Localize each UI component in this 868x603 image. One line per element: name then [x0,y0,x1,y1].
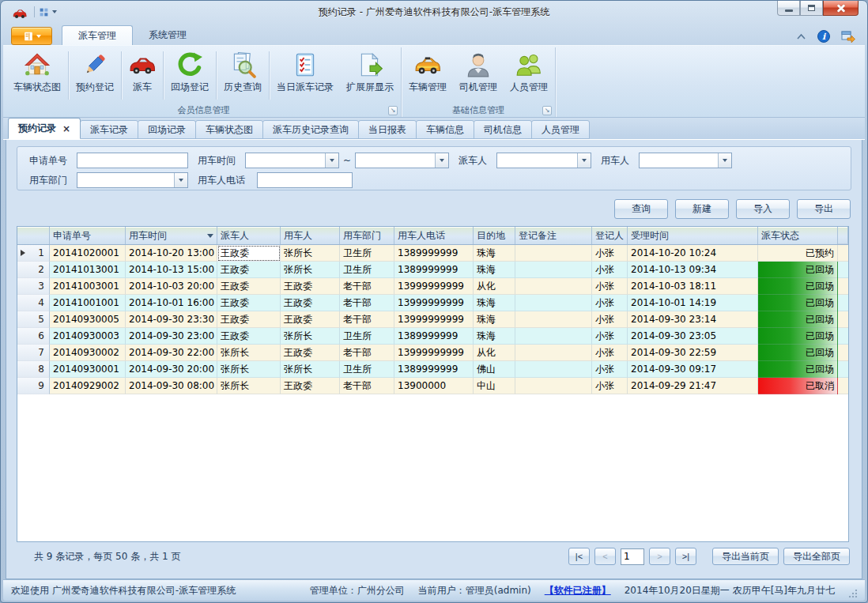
close-tab-icon[interactable]: × [62,124,70,134]
column-header-7[interactable]: 目的地 [474,227,515,244]
grid-cell[interactable]: 张所长 [217,378,281,394]
column-header-9[interactable]: 登记人 [592,227,628,244]
grid-cell[interactable]: 小张 [592,328,628,345]
grid-cell[interactable]: 2014-10-03 18:11 [628,278,758,295]
status-badge[interactable]: 已回场 [758,328,838,345]
doc-tab-2[interactable]: 回场记录 [138,120,196,139]
grid-cell[interactable]: 王政委 [217,262,281,278]
column-header-4[interactable]: 用车人 [281,227,340,244]
grid-cell[interactable]: 王政委 [217,328,281,345]
grid-cell[interactable]: 20140930005 [50,311,126,328]
grid-cell[interactable] [515,378,592,394]
ribbon-button-0-2[interactable]: 派车 [123,47,162,104]
minimize-button[interactable] [777,1,800,16]
doc-tab-4[interactable]: 派车历史记录查询 [262,120,359,139]
status-badge[interactable]: 已预约 [758,245,838,262]
column-header-8[interactable]: 登记备注 [515,227,592,244]
license-registered-link[interactable]: 【软件已注册】 [545,584,611,597]
grid-cell[interactable]: 老干部 [340,278,394,295]
first-page-button[interactable]: |< [568,548,590,565]
column-header-11[interactable]: 派车状态 [758,227,838,244]
grid-cell[interactable]: 小张 [592,245,628,262]
export-button[interactable]: 导出 [797,199,851,219]
grid-cell[interactable]: 珠海 [474,262,515,278]
use-time-to-combo[interactable] [355,153,449,168]
grid-cell[interactable]: 珠海 [474,245,515,262]
grid-cell[interactable]: 小张 [592,345,628,361]
grid-cell[interactable]: 20140930001 [50,361,126,378]
grid-cell[interactable]: 王政委 [281,345,340,361]
grid-cell[interactable]: 王政委 [217,295,281,311]
grid-cell[interactable]: 从化 [474,345,515,361]
doc-tab-3[interactable]: 车辆状态图 [195,120,263,139]
grid-cell[interactable]: 2014-09-30 23:30 [126,311,217,328]
grid-cell[interactable]: 佛山 [474,361,515,378]
ribbon-button-0-3[interactable]: 回场登记 [164,47,215,104]
grid-cell[interactable]: 2014-09-30 23:14 [628,311,758,328]
dialog-launcher-icon[interactable]: ↘ [542,106,552,115]
row-selector[interactable]: 9 [17,378,50,394]
grid-cell[interactable]: 张所长 [281,361,340,378]
grid-cell[interactable]: 20141013001 [50,262,126,278]
grid-cell[interactable]: 王政委 [281,311,340,328]
use-time-from-combo[interactable] [245,153,339,168]
ribbon-button-0-0[interactable]: 车辆状态图 [7,47,67,104]
grid-cell[interactable]: 13999999999 [394,311,474,328]
grid-cell[interactable]: 20140930002 [50,345,126,361]
grid-cell[interactable]: 20140930003 [50,328,126,345]
column-header-0[interactable] [17,227,50,244]
grid-cell[interactable]: 老干部 [340,295,394,311]
close-button[interactable] [823,1,859,16]
grid-cell[interactable]: 张所长 [281,262,340,278]
grid-cell[interactable]: 从化 [474,278,515,295]
grid-cell[interactable]: 卫生所 [340,361,394,378]
grid-cell[interactable] [515,278,592,295]
row-selector[interactable]: 2 [17,262,50,278]
status-badge[interactable]: 已回场 [758,345,838,361]
grid-cell[interactable]: 小张 [592,295,628,311]
info-icon[interactable]: i [817,30,830,43]
doc-tab-0[interactable]: 预约记录× [8,118,81,139]
status-badge[interactable]: 已回场 [758,262,838,278]
column-header-3[interactable]: 派车人 [217,227,281,244]
grid-cell[interactable]: 20141020001 [50,245,126,262]
grid-cell[interactable] [515,262,592,278]
grid-cell[interactable]: 中山 [474,378,515,394]
row-selector[interactable]: 4 [17,295,50,311]
status-badge[interactable]: 已回场 [758,361,838,378]
grid-cell[interactable]: 张所长 [281,328,340,345]
ribbon-button-0-1[interactable]: 预约登记 [70,47,120,104]
grid-cell[interactable]: 2014-10-20 10:24 [628,245,758,262]
grid-cell[interactable]: 2014-09-30 20:00 [126,361,217,378]
grid-cell[interactable]: 2014-09-30 23:05 [628,328,758,345]
grid-cell[interactable]: 王政委 [217,245,281,262]
grid-cell[interactable]: 2014-09-30 22:59 [628,345,758,361]
doc-tab-1[interactable]: 派车记录 [80,120,138,139]
doc-tab-8[interactable]: 人员管理 [531,120,590,139]
ribbon-button-1-1[interactable]: 司机管理 [453,47,504,104]
column-header-2[interactable]: 用车时间 [126,227,217,244]
status-badge[interactable]: 已回场 [758,311,838,328]
grid-cell[interactable]: 2014-09-30 09:17 [628,361,758,378]
column-header-1[interactable]: 申请单号 [50,227,126,244]
status-badge[interactable]: 已回场 [758,295,838,311]
dispatcher-combo[interactable] [496,153,591,168]
grid-cell[interactable]: 小张 [592,378,628,394]
grid-cell[interactable]: 2014-09-29 21:47 [628,378,758,394]
grid-cell[interactable]: 2014-10-13 15:00 [126,262,217,278]
row-selector[interactable]: 1 [17,245,50,262]
grid-cell[interactable]: 张所长 [217,361,281,378]
application-menu-button[interactable] [11,27,52,45]
grid-cell[interactable]: 2014-10-20 13:00 [126,245,217,262]
grid-cell[interactable]: 13999999999 [394,278,474,295]
ribbon-button-0-5[interactable]: 当日派车记录 [270,47,340,104]
grid-cell[interactable]: 1389999999 [394,245,474,262]
next-page-button[interactable]: > [649,548,670,565]
grid-cell[interactable]: 张所长 [217,345,281,361]
grid-cell[interactable]: 卫生所 [340,245,394,262]
grid-cell[interactable]: 1389999999 [394,328,474,345]
grid-cell[interactable]: 卫生所 [340,328,394,345]
column-header-5[interactable]: 用车部门 [340,227,394,244]
grid-cell[interactable]: 王政委 [281,278,340,295]
export-all-pages-button[interactable]: 导出全部页 [783,548,850,565]
